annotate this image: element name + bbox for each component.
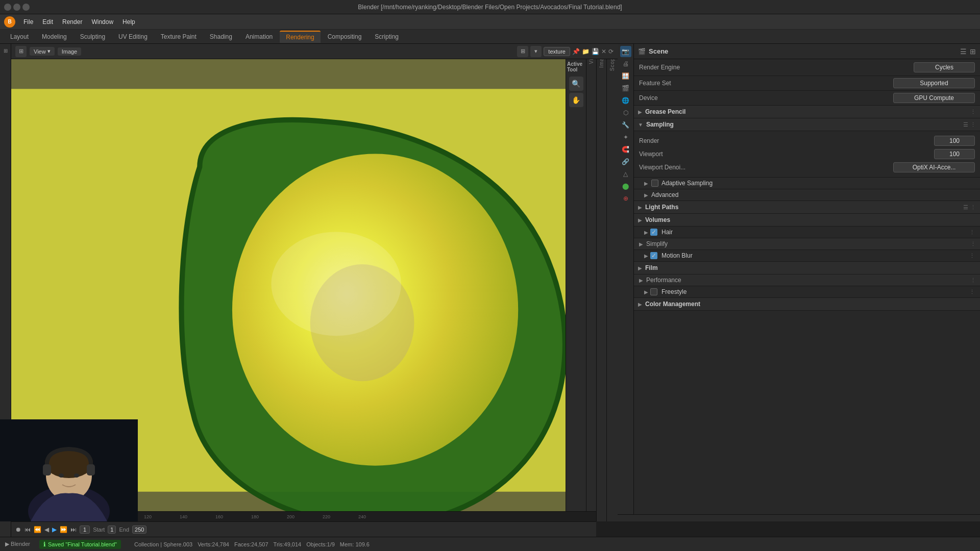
close-btn[interactable] bbox=[4, 4, 11, 11]
menu-render[interactable]: Render bbox=[58, 17, 86, 27]
refresh-icon[interactable]: ⟳ bbox=[608, 48, 614, 55]
grease-pencil-header[interactable]: ▶ Grease Pencil ⋮ bbox=[634, 106, 980, 118]
freestyle-expand[interactable]: ▶ bbox=[644, 289, 648, 295]
volumes-arrow: ▶ bbox=[638, 217, 642, 223]
hair-expand-arrow[interactable]: ▶ bbox=[644, 230, 648, 235]
expand-icon[interactable]: ⊞ bbox=[970, 47, 976, 56]
denoiser-value[interactable]: OptiX AI-Acce... bbox=[893, 162, 975, 172]
play-btn[interactable]: ▶ bbox=[52, 526, 57, 533]
motion-blur-checkbox[interactable]: ✓ bbox=[650, 252, 657, 259]
close-texture-icon[interactable]: ✕ bbox=[601, 48, 606, 55]
pan-tool[interactable]: ✋ bbox=[569, 93, 583, 107]
sampling-opts-menu[interactable]: ⋮ bbox=[970, 121, 976, 128]
render-engine-value[interactable]: Cycles bbox=[914, 62, 975, 72]
hair-opts[interactable]: ⋮ bbox=[969, 229, 975, 236]
tab-shading[interactable]: Shading bbox=[204, 31, 238, 42]
hair-checkbox[interactable]: ✓ bbox=[650, 229, 657, 236]
sampling-opts-list[interactable]: ☰ bbox=[963, 121, 968, 128]
mem-info: Mem: 109.6 bbox=[340, 541, 370, 547]
tab-layout[interactable]: Layout bbox=[4, 31, 35, 42]
particles-properties-icon[interactable]: ✦ bbox=[620, 132, 631, 143]
jump-end-btn[interactable]: ⏭ bbox=[70, 526, 77, 533]
viewport-samples-value[interactable]: 100 bbox=[934, 149, 975, 159]
view-label: View bbox=[34, 48, 46, 55]
magnify-tool[interactable]: 🔍 bbox=[569, 77, 583, 91]
motion-blur-expand[interactable]: ▶ bbox=[644, 253, 648, 259]
tab-texture-paint[interactable]: Texture Paint bbox=[155, 31, 203, 42]
props-scrollbar[interactable] bbox=[618, 514, 980, 521]
step-forward-btn[interactable]: ⏩ bbox=[60, 526, 67, 533]
world-properties-icon[interactable]: 🌐 bbox=[620, 95, 631, 106]
blender-logo[interactable]: B bbox=[4, 16, 15, 28]
scene-properties-icon[interactable]: 🎬 bbox=[620, 83, 631, 94]
viewport-shading-icon[interactable]: ⊞ bbox=[517, 46, 528, 57]
film-header[interactable]: ▶ Film bbox=[634, 262, 980, 274]
freestyle-opts[interactable]: ⋮ bbox=[969, 289, 975, 295]
menu-help[interactable]: Help bbox=[118, 17, 139, 27]
motion-blur-opts[interactable]: ⋮ bbox=[969, 253, 975, 259]
jump-start-btn[interactable]: ⏮ bbox=[24, 526, 31, 533]
menu-window[interactable]: Window bbox=[87, 17, 117, 27]
viewport-samples-row: Viewport 100 bbox=[639, 147, 975, 161]
constraints-properties-icon[interactable]: 🔗 bbox=[620, 156, 631, 167]
object-properties-icon[interactable]: ⬡ bbox=[620, 107, 631, 118]
tab-rendering[interactable]: Rendering bbox=[280, 31, 320, 43]
data-properties-icon[interactable]: △ bbox=[620, 168, 631, 180]
performance-opts[interactable]: ⋮ bbox=[970, 277, 976, 284]
step-back-btn[interactable]: ◀ bbox=[44, 526, 49, 533]
viewport-type-icon[interactable]: ⊞ bbox=[15, 46, 27, 57]
sampling-header[interactable]: ▼ Sampling ☰ ⋮ bbox=[634, 118, 980, 131]
simplify-opts[interactable]: ⋮ bbox=[970, 241, 976, 247]
volumes-header[interactable]: ▶ Volumes bbox=[634, 214, 980, 227]
simplify-header[interactable]: ▶ Simplify ⋮ bbox=[634, 238, 980, 250]
window-controls[interactable] bbox=[4, 4, 30, 11]
current-frame[interactable]: 1 bbox=[80, 525, 90, 534]
pin-icon[interactable]: 📌 bbox=[572, 48, 580, 55]
start-value[interactable]: 1 bbox=[108, 525, 116, 534]
end-value[interactable]: 250 bbox=[132, 525, 146, 534]
menu-edit[interactable]: Edit bbox=[38, 17, 57, 27]
modifier-properties-icon[interactable]: 🔧 bbox=[620, 119, 631, 131]
device-value[interactable]: GPU Compute bbox=[893, 93, 975, 103]
save-icon[interactable]: 💾 bbox=[592, 48, 599, 55]
workspace-tabs: Layout Modeling Sculpting UV Editing Tex… bbox=[0, 30, 980, 44]
view-layer-properties-icon[interactable]: 🪟 bbox=[620, 70, 631, 82]
viewport-shading2-icon[interactable]: ▾ bbox=[530, 46, 542, 57]
material-properties-icon[interactable]: ⬤ bbox=[620, 181, 631, 192]
grease-pencil-opts[interactable]: ⋮ bbox=[970, 109, 976, 115]
output-properties-icon[interactable]: 🖨 bbox=[620, 58, 631, 69]
tab-sculpting[interactable]: Sculpting bbox=[74, 31, 111, 42]
tab-animation[interactable]: Animation bbox=[239, 31, 279, 42]
verts-info: Verts:24,784 bbox=[198, 541, 229, 547]
physics-properties-icon[interactable]: 🧲 bbox=[620, 144, 631, 155]
adaptive-sampling-header[interactable]: ▶ Adaptive Sampling bbox=[634, 178, 980, 189]
light-paths-header[interactable]: ▶ Light Paths ☰ ⋮ bbox=[634, 201, 980, 214]
sidebar-icon-1[interactable]: ⊞ bbox=[1, 46, 10, 55]
render-properties-icon[interactable]: 📷 bbox=[620, 46, 631, 57]
menu-file[interactable]: File bbox=[19, 17, 37, 27]
tab-compositing[interactable]: Compositing bbox=[322, 31, 368, 42]
tab-modeling[interactable]: Modeling bbox=[36, 31, 73, 42]
texture-bar: ⊞ ▾ texture 📌 📁 💾 ✕ ⟳ bbox=[517, 46, 614, 57]
render-samples-value[interactable]: 100 bbox=[934, 136, 975, 146]
prev-keyframe-btn[interactable]: ⏪ bbox=[34, 526, 41, 533]
color-management-header[interactable]: ▶ Color Management bbox=[634, 298, 980, 311]
advanced-header[interactable]: ▶ Advanced bbox=[634, 189, 980, 201]
maximize-btn[interactable] bbox=[22, 4, 30, 11]
record-btn[interactable]: ⏺ bbox=[15, 526, 21, 533]
tab-scripting[interactable]: Scripting bbox=[369, 31, 405, 42]
freestyle-checkbox[interactable] bbox=[650, 288, 657, 295]
folder-icon[interactable]: 📁 bbox=[582, 48, 590, 55]
simplify-title: Simplify bbox=[646, 240, 668, 247]
view-menu-btn[interactable]: View ▾ bbox=[30, 47, 55, 56]
performance-header[interactable]: ▶ Performance ⋮ bbox=[634, 274, 980, 286]
tab-uv-editing[interactable]: UV Editing bbox=[112, 31, 154, 42]
add-list-icon[interactable]: ☰ bbox=[960, 47, 967, 56]
light-paths-opts[interactable]: ☰ bbox=[963, 204, 968, 211]
object-data-icon2[interactable]: ⊕ bbox=[620, 193, 631, 204]
feature-set-value[interactable]: Supported bbox=[893, 78, 975, 88]
minimize-btn[interactable] bbox=[13, 4, 20, 11]
view-menu2-btn[interactable]: Image bbox=[58, 47, 82, 56]
light-paths-menu[interactable]: ⋮ bbox=[970, 204, 976, 211]
adaptive-checkbox[interactable] bbox=[651, 180, 658, 187]
